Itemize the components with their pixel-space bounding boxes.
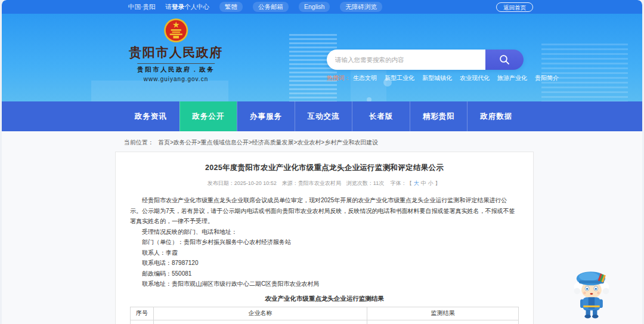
article-paragraph: 联系地址：贵阳市观山湖区市级行政中心二期C区贵阳市农业农村局 (130, 279, 519, 289)
topbar-item[interactable]: 请登录个人中心 (166, 2, 210, 11)
bokeh-circle (367, 97, 371, 101)
hot-search-link[interactable]: 新型工业化 (385, 75, 414, 81)
breadcrumb-label: 当前位置： (124, 138, 154, 147)
monitor-table: 序号企业名称监测结果 1贵州合力超市采购有限公司合格2贵州友禾种业有限公司合格3… (130, 307, 519, 324)
hot-search-row: 热搜词： 生态文明新型工业化新型城镇化农业现代化旅游产业化贵阳简介 (327, 74, 524, 82)
table-cell: 1 (131, 320, 154, 324)
banner: 贵阳市人民政府 贵阳市人民政府．政务 www.guiyang.gov.cn 热搜… (2, 14, 642, 101)
hot-search-link[interactable]: 新型城镇化 (422, 75, 452, 81)
nav-tab[interactable]: 政务资讯 (122, 101, 179, 131)
article-paragraph: 部门（单位）：贵阳市乡村振兴服务中心农村经济服务站 (130, 237, 519, 248)
hot-search-link[interactable]: 农业现代化 (460, 75, 490, 81)
article-source: 来源：贵阳市农业农村局 (282, 180, 341, 187)
site-logo[interactable]: 贵阳市人民政府 贵阳市人民政府．政务 www.guiyang.gov.cn (129, 18, 223, 82)
topbar-item[interactable]: 中国·贵阳 (128, 2, 156, 11)
topbar-items: 中国·贵阳请登录个人中心繁體公务邮箱English无障碍浏览 (128, 2, 382, 12)
mascot-widget[interactable] (570, 269, 614, 319)
page-body: 当前位置： 首页>政务公开>重点领域信息公开>经济高质量发展>农业农村>乡村产业… (2, 131, 642, 324)
nav-tab[interactable]: 精彩贵阳 (410, 101, 467, 131)
main-nav: 政务资讯政务公开办事服务互动交流长者版精彩贵阳政府数据 (2, 101, 642, 131)
nav-tab[interactable]: 办事服务 (237, 101, 295, 131)
site-frame: 中国·贵阳请登录个人中心繁體公务邮箱English无障碍浏览 返回首页 贵阳市人… (2, 0, 642, 324)
article-meta: 发布日期：2025-10-20 10:52 来源：贵阳市农业农村局 浏览次数：1… (130, 180, 519, 187)
table-title: 农业产业化市级重点龙头企业运行监测结果 (130, 295, 519, 303)
mascot-icon (570, 269, 614, 319)
nav-tabs: 政务资讯政务公开办事服务互动交流长者版精彩贵阳政府数据 (122, 101, 525, 131)
table-cell: 合格 (367, 320, 519, 324)
hot-search-label: 热搜词： (327, 74, 351, 82)
article-paragraph: 联系电话：87987120 (130, 258, 519, 269)
logo-divider (137, 63, 215, 64)
font-size-control: 字体：【大中小】 (389, 180, 441, 187)
search-area: 热搜词： 生态文明新型工业化新型城镇化农业现代化旅游产业化贵阳简介 (327, 50, 524, 82)
table-header-cell: 监测结果 (367, 307, 519, 320)
table-row: 1贵州合力超市采购有限公司合格 (131, 320, 519, 324)
city-skyline-right (541, 44, 628, 101)
table-header-cell: 序号 (131, 307, 154, 320)
article-paragraph: 经贵阳市农业产业化市级重点龙头企业联席会议成员单位审定，现对2025年开展的农业… (130, 195, 519, 227)
article-paragraph: 邮政编码：550081 (130, 269, 519, 279)
search-button[interactable] (485, 50, 524, 70)
font-large-button[interactable]: 大 (414, 180, 419, 186)
topbar-item[interactable]: 无障碍浏览 (340, 2, 382, 12)
site-subtitle: 贵阳市人民政府．政务 (137, 66, 215, 74)
font-medium-button[interactable]: 中 (421, 180, 426, 186)
hot-search-links: 生态文明新型工业化新型城镇化农业现代化旅游产业化贵阳简介 (353, 74, 566, 82)
search-icon (499, 54, 510, 66)
publish-date: 发布日期：2025-10-20 10:52 (208, 180, 277, 187)
city-skyline-left (91, 81, 228, 101)
topbar-item[interactable]: 公务邮箱 (253, 2, 289, 12)
table-header-row: 序号企业名称监测结果 (131, 307, 519, 320)
font-label: 字体：【 (391, 180, 412, 186)
topbar: 中国·贵阳请登录个人中心繁體公务邮箱English无障碍浏览 返回首页 (2, 0, 642, 14)
topbar-item[interactable]: 繁體 (219, 2, 243, 12)
site-url: www.guiyang.gov.cn (144, 76, 208, 82)
table-header-cell: 企业名称 (154, 307, 367, 320)
hot-search-link[interactable]: 生态文明 (353, 75, 377, 81)
article-body: 经贵阳市农业产业化市级重点龙头企业联席会议成员单位审定，现对2025年开展的农业… (130, 195, 519, 289)
view-count: 浏览次数：11次 (346, 180, 384, 187)
nav-tab[interactable]: 互动交流 (295, 101, 352, 131)
topbar-item[interactable]: English (299, 2, 330, 12)
nav-tab[interactable]: 长者版 (352, 101, 410, 131)
search-bar (327, 50, 524, 70)
national-emblem-icon (163, 18, 188, 43)
breadcrumb: 当前位置： 首页>政务公开>重点领域信息公开>经济高质量发展>农业农村>乡村产业… (124, 131, 642, 148)
search-input[interactable] (327, 50, 485, 70)
hot-search-link[interactable]: 旅游产业化 (497, 75, 527, 81)
site-title: 贵阳市人民政府 (129, 44, 223, 61)
hot-search-link[interactable]: 贵阳简介 (535, 75, 559, 81)
table-cell: 贵州合力超市采购有限公司 (154, 320, 367, 324)
article-paragraph: 联系人：李霞 (130, 248, 519, 258)
nav-tab[interactable]: 政府数据 (467, 101, 525, 131)
back-to-home-button[interactable]: 返回首页 (496, 2, 533, 12)
nav-tab[interactable]: 政务公开 (179, 101, 237, 131)
article-title: 2025年度贵阳市农业产业化市级重点龙头企业运行监测和评定结果公示 (130, 163, 519, 173)
font-small-button[interactable]: 小 (428, 180, 434, 186)
breadcrumb-path[interactable]: 首页>政务公开>重点领域信息公开>经济高质量发展>农业农村>乡村产业和农田建设 (158, 138, 378, 147)
font-close: 】 (435, 180, 441, 186)
article-paragraph: 受理情况反映的部门、电话和地址： (130, 227, 519, 237)
article-card: 2025年度贵阳市农业产业化市级重点龙头企业运行监测和评定结果公示 发布日期：2… (115, 152, 534, 324)
